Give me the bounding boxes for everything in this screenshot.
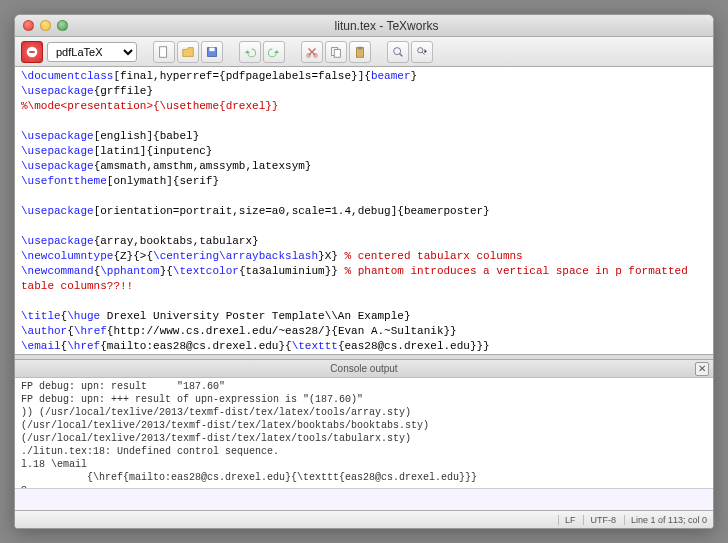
toolbar: pdfLaTeX: [15, 37, 713, 67]
svg-rect-8: [334, 49, 340, 57]
search-button[interactable]: [387, 41, 409, 63]
window-title: litun.tex - TeXworks: [68, 19, 705, 33]
minimize-window-button[interactable]: [40, 20, 51, 31]
typeset-stop-button[interactable]: [21, 41, 43, 63]
svg-rect-10: [358, 46, 362, 49]
undo-button[interactable]: [239, 41, 261, 63]
console-header: Console output ✕: [15, 360, 713, 378]
redo-button[interactable]: [263, 41, 285, 63]
copy-button[interactable]: [325, 41, 347, 63]
console-input-wrap: [15, 488, 713, 510]
replace-button[interactable]: [411, 41, 433, 63]
status-lineending: LF: [558, 515, 576, 525]
close-window-button[interactable]: [23, 20, 34, 31]
zoom-window-button[interactable]: [57, 20, 68, 31]
svg-point-11: [394, 47, 401, 54]
svg-rect-1: [29, 51, 34, 53]
paste-button[interactable]: [349, 41, 371, 63]
console-close-button[interactable]: ✕: [695, 362, 709, 376]
status-encoding: UTF-8: [583, 515, 616, 525]
open-file-button[interactable]: [177, 41, 199, 63]
console-input[interactable]: [15, 489, 713, 510]
titlebar[interactable]: litun.tex - TeXworks: [15, 15, 713, 37]
engine-select[interactable]: pdfLaTeX: [47, 42, 137, 62]
console-title: Console output: [330, 363, 397, 374]
save-file-button[interactable]: [201, 41, 223, 63]
cut-button[interactable]: [301, 41, 323, 63]
new-file-button[interactable]: [153, 41, 175, 63]
svg-rect-4: [209, 47, 214, 51]
statusbar: LF UTF-8 Line 1 of 113; col 0: [15, 510, 713, 528]
status-position: Line 1 of 113; col 0: [624, 515, 707, 525]
editor-pane[interactable]: \documentclass[final,hyperref={pdfpagela…: [15, 67, 713, 354]
app-window: litun.tex - TeXworks pdfLaTeX: [14, 14, 714, 529]
console-output[interactable]: FP debug: upn: result "187.60"FP debug: …: [15, 378, 713, 488]
traffic-lights: [23, 20, 68, 31]
svg-rect-2: [160, 46, 167, 57]
